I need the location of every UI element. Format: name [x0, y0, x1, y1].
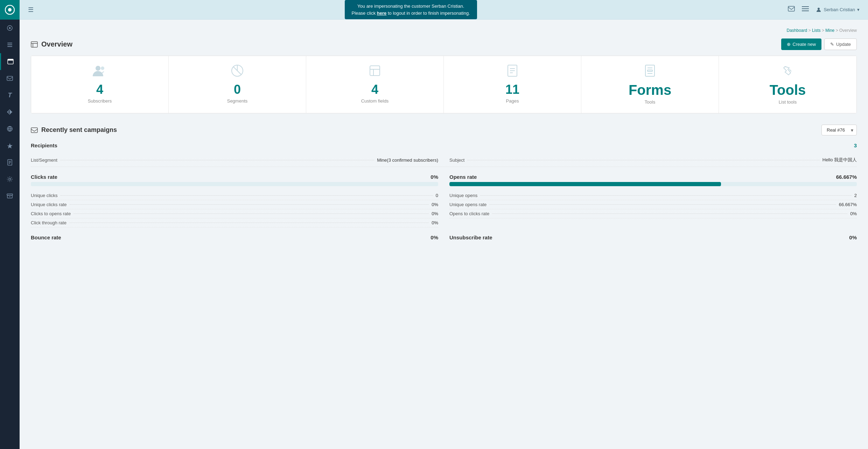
- stat-custom-fields[interactable]: 4 Custom fields: [306, 56, 444, 113]
- unique-opens-rate-label: Unique opens rate: [449, 202, 486, 207]
- user-menu[interactable]: Serban Cristian ▾: [816, 7, 860, 13]
- sidebar-item-globe[interactable]: [0, 120, 20, 137]
- sidebar-item-arrows[interactable]: [0, 104, 20, 120]
- page-content: Dashboard > Lists > Mine > Overview Over…: [20, 20, 868, 449]
- svg-point-27: [96, 66, 100, 71]
- custom-fields-count: 4: [312, 82, 438, 97]
- sidebar: T: [0, 0, 20, 449]
- svg-rect-21: [802, 8, 809, 9]
- breadcrumb-dashboard[interactable]: Dashboard: [787, 28, 807, 33]
- opens-to-clicks-label: Opens to clicks rate: [449, 211, 489, 216]
- sidebar-item-archive[interactable]: [0, 188, 20, 204]
- update-button[interactable]: ✎ Update: [824, 38, 857, 50]
- breadcrumb-sep-3: >: [836, 28, 839, 33]
- opens-progress-fill: [449, 182, 721, 186]
- svg-rect-4: [7, 43, 12, 43]
- breadcrumb-sep-1: >: [808, 28, 812, 33]
- unique-opens-label: Unique opens: [449, 193, 477, 198]
- opens-rate-header: Opens rate 66.667%: [449, 174, 857, 180]
- unique-opens-value: 2: [854, 193, 857, 198]
- sidebar-item-favorites[interactable]: [0, 137, 20, 154]
- main-content: ☰ You are impersonating the customer Ser…: [20, 0, 868, 449]
- impersonate-link[interactable]: here: [377, 10, 386, 16]
- breadcrumb-lists[interactable]: Lists: [812, 28, 821, 33]
- svg-rect-39: [648, 70, 652, 71]
- subject-dots: [467, 160, 819, 160]
- click-through-row: Click through rate 0%: [31, 218, 438, 227]
- campaign-select-wrapper[interactable]: Real #76: [821, 125, 857, 135]
- campaign-dropdown[interactable]: Real #76: [821, 125, 857, 135]
- unique-clicks-label: Unique clicks: [31, 193, 58, 198]
- tools-label: List tools: [724, 99, 851, 105]
- subscribers-count: 4: [37, 82, 163, 97]
- sidebar-item-settings[interactable]: [0, 171, 20, 188]
- unique-clicks-row: Unique clicks 0: [31, 191, 438, 200]
- sidebar-item-email[interactable]: [0, 70, 20, 87]
- sidebar-item-dashboard[interactable]: [0, 20, 20, 36]
- impersonate-banner: You are impersonating the customer Serba…: [345, 0, 477, 19]
- subscribers-label: Subscribers: [37, 98, 163, 104]
- clicks-to-opens-value: 0%: [432, 211, 438, 216]
- opens-to-clicks-value: 0%: [850, 211, 857, 216]
- unique-opens-rate-value: 66.667%: [839, 202, 857, 207]
- click-through-value: 0%: [432, 220, 438, 225]
- bounce-rate-header: Bounce rate 0%: [31, 234, 438, 242]
- svg-rect-6: [7, 46, 12, 47]
- topbar: ☰ You are impersonating the customer Ser…: [20, 0, 868, 20]
- pages-count: 11: [449, 82, 575, 97]
- update-icon: ✎: [830, 42, 834, 47]
- tools-number: Tools: [724, 82, 851, 98]
- lines-icon[interactable]: [802, 6, 809, 13]
- custom-fields-icon: [312, 64, 438, 79]
- list-segment-value: Mine(3 confirmed subscribers): [377, 157, 438, 163]
- svg-rect-19: [788, 6, 794, 11]
- clicks-to-opens-row: Clicks to opens rate 0%: [31, 209, 438, 218]
- opens-details: Unique opens 2 Unique opens rate 66.667%…: [449, 191, 857, 218]
- hamburger-icon[interactable]: ☰: [28, 6, 34, 14]
- stat-forms[interactable]: Forms Tools: [581, 56, 719, 113]
- recipients-row: Recipients 3: [31, 142, 857, 151]
- campaigns-title: Recently sent campaigns: [31, 126, 117, 134]
- subject-field: Subject Hello 我是中国人: [449, 157, 857, 163]
- sidebar-item-pages[interactable]: [0, 154, 20, 171]
- segments-count: 0: [174, 82, 300, 97]
- unique-clicks-rate-row: Unique clicks rate 0%: [31, 200, 438, 209]
- pages-icon: [449, 64, 575, 79]
- tools-icon: [724, 64, 851, 79]
- logo-button[interactable]: [0, 0, 20, 20]
- envelope-icon[interactable]: [788, 6, 795, 13]
- breadcrumb: Dashboard > Lists > Mine > Overview: [31, 28, 857, 33]
- stat-segments[interactable]: 0 Segments: [169, 56, 306, 113]
- unique-opens-row: Unique opens 2: [449, 191, 857, 200]
- subscribers-icon: [37, 64, 163, 79]
- svg-point-15: [9, 178, 11, 180]
- svg-rect-5: [7, 44, 12, 45]
- custom-fields-label: Custom fields: [312, 98, 438, 104]
- svg-rect-37: [645, 65, 654, 76]
- clicks-details: Unique clicks 0 Unique clicks rate 0% Cl…: [31, 191, 438, 227]
- breadcrumb-mine[interactable]: Mine: [825, 28, 834, 33]
- stat-subscribers[interactable]: 4 Subscribers: [31, 56, 169, 113]
- overview-actions: ⊕ Create new ✎ Update: [781, 38, 857, 50]
- sidebar-item-font[interactable]: T: [0, 87, 20, 104]
- unique-clicks-rate-value: 0%: [432, 202, 438, 207]
- breadcrumb-sep-2: >: [822, 28, 825, 33]
- list-segment-label: List/Segment: [31, 157, 57, 163]
- svg-rect-8: [8, 59, 13, 61]
- recipients-count: 3: [854, 142, 857, 148]
- sidebar-item-campaigns[interactable]: [0, 53, 20, 70]
- create-new-button[interactable]: ⊕ Create new: [781, 38, 821, 50]
- unsubscribe-rate-value: 0%: [849, 234, 857, 240]
- opens-to-clicks-row: Opens to clicks rate 0%: [449, 209, 857, 218]
- list-subject-row: List/Segment Mine(3 confirmed subscriber…: [31, 157, 857, 167]
- svg-rect-20: [802, 6, 809, 7]
- stat-tools[interactable]: Tools List tools: [719, 56, 856, 113]
- unsubscribe-rate-label: Unsubscribe rate: [449, 234, 492, 240]
- svg-rect-24: [31, 42, 37, 47]
- sidebar-item-lists[interactable]: [0, 36, 20, 53]
- forms-icon: [587, 64, 713, 79]
- pages-label: Pages: [449, 98, 575, 104]
- stat-pages[interactable]: 11 Pages: [444, 56, 581, 113]
- plus-icon: ⊕: [787, 42, 791, 47]
- overview-title-text: Overview: [41, 40, 72, 48]
